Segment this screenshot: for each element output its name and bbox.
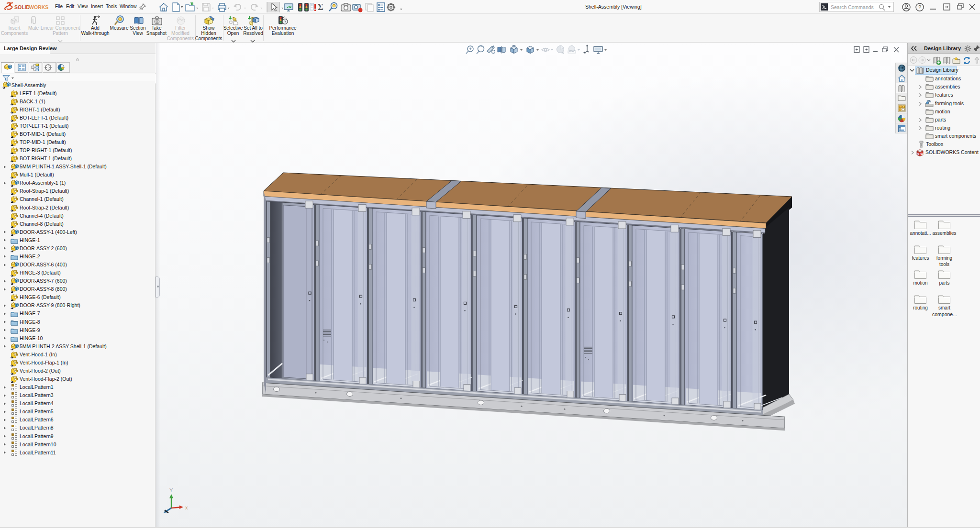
svg-text:W: W xyxy=(921,153,924,155)
svg-text:?: ? xyxy=(918,4,921,10)
svg-text:WORKS: WORKS xyxy=(29,4,48,10)
svg-text:Y: Y xyxy=(169,487,173,493)
svg-text:Σ: Σ xyxy=(318,2,323,12)
svg-text:SOLID: SOLID xyxy=(14,4,30,10)
svg-text:x: x xyxy=(185,505,188,510)
svg-text:S: S xyxy=(917,153,919,155)
